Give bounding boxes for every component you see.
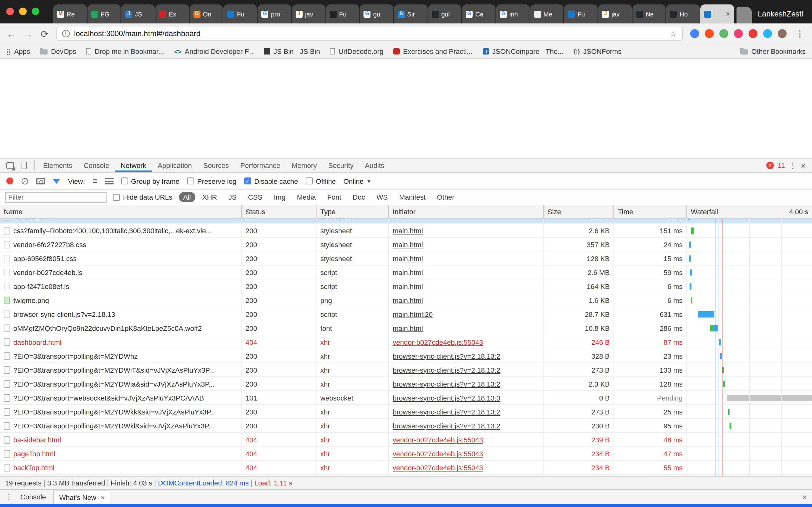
- bookmark-item[interactable]: Exercises and Practi...: [394, 48, 473, 55]
- tab-application[interactable]: Application: [152, 159, 198, 172]
- column-header-size[interactable]: Size: [543, 205, 613, 218]
- devtools-menu-icon[interactable]: ⋮: [789, 161, 797, 170]
- tab-close-icon[interactable]: ×: [725, 10, 730, 18]
- table-row[interactable]: app-69562f8051.css200stylesheetmain.html…: [0, 251, 812, 266]
- filter-toggle-icon[interactable]: [53, 178, 60, 183]
- table-row[interactable]: ?EIO=3&transport=polling&t=M2YDWhz200xhr…: [0, 349, 812, 363]
- zoom-window-button[interactable]: [32, 8, 39, 15]
- filter-pill-font[interactable]: Font: [323, 192, 346, 202]
- minimize-window-button[interactable]: [19, 8, 27, 15]
- initiator-link[interactable]: browser-sync-client.js?v=2.18.13:2: [393, 380, 500, 388]
- filter-pill-img[interactable]: Img: [269, 192, 290, 202]
- browser-tab[interactable]: Fu: [223, 4, 258, 23]
- browser-tab[interactable]: Jjav: [598, 4, 632, 23]
- tab-performance[interactable]: Performance: [235, 159, 286, 172]
- filter-pill-css[interactable]: CSS: [244, 192, 267, 202]
- list-view-icon[interactable]: ≡: [93, 177, 97, 185]
- forward-button[interactable]: →: [23, 29, 33, 38]
- table-row[interactable]: ?EIO=3&transport=polling&t=M2YDWiT&sid=v…: [0, 363, 812, 377]
- filter-pill-all[interactable]: All: [179, 192, 195, 202]
- page-info-icon[interactable]: i: [62, 30, 69, 38]
- chrome-menu-icon[interactable]: ⋮: [794, 29, 806, 39]
- table-row[interactable]: app-f2471e08ef.js200scriptmain.html164 K…: [0, 279, 812, 293]
- table-row[interactable]: ba-sidebar.html404xhrvendor-b027cde4eb.j…: [0, 433, 812, 447]
- filter-pill-media[interactable]: Media: [293, 192, 320, 202]
- browser-tab[interactable]: GCa: [462, 4, 496, 23]
- extension-icon-4[interactable]: [734, 29, 743, 38]
- browser-tab[interactable]: Fu: [564, 4, 598, 23]
- extension-icon-2[interactable]: [705, 29, 714, 38]
- bookmark-item[interactable]: Drop me in Bookmar...: [86, 48, 164, 55]
- whats-new-close-icon[interactable]: ×: [101, 493, 105, 501]
- initiator-link[interactable]: main.html: [393, 296, 423, 304]
- initiator-link[interactable]: main.html:20: [393, 310, 433, 318]
- table-row[interactable]: ?EIO=3&transport=polling&t=M2YDWkk&sid=v…: [0, 405, 812, 419]
- browser-tab[interactable]: Ginh: [496, 4, 530, 23]
- filter-input[interactable]: [5, 192, 107, 203]
- filter-pill-doc[interactable]: Doc: [348, 192, 369, 202]
- initiator-link[interactable]: vendor-b027cde4eb.js:55043: [393, 338, 483, 346]
- bookmark-item[interactable]: {;}JSONForms: [573, 48, 621, 55]
- browser-tab[interactable]: gul: [428, 4, 462, 23]
- table-row[interactable]: pageTop.html404xhrvendor-b027cde4eb.js:5…: [0, 447, 812, 461]
- column-header-type[interactable]: Type: [316, 205, 388, 218]
- bookmark-item[interactable]: DevOps: [40, 48, 77, 55]
- profile-name[interactable]: LankeshZestl: [755, 9, 812, 23]
- initiator-link[interactable]: main.html: [393, 227, 423, 234]
- browser-tab[interactable]: JJS: [121, 4, 155, 23]
- browser-tab-active[interactable]: ×: [700, 4, 734, 23]
- table-row[interactable]: css?family=Roboto:400,100,100italic,300,…: [0, 224, 812, 238]
- bookmark-star-icon[interactable]: ☆: [670, 29, 677, 38]
- initiator-link[interactable]: vendor-b027cde4eb.js:55043: [393, 464, 483, 471]
- initiator-link[interactable]: browser-sync-client.js?v=2.18.13:2: [393, 422, 500, 429]
- browser-tab[interactable]: Fu: [326, 4, 360, 23]
- bookmark-item[interactable]: UrlDecode.org: [330, 48, 384, 55]
- table-row[interactable]: backTop.html404xhrvendor-b027cde4eb.js:5…: [0, 461, 812, 475]
- hide-data-urls-checkbox-group[interactable]: Hide data URLs: [113, 193, 172, 201]
- initiator-link[interactable]: browser-sync-client.js?v=2.18.13:3: [393, 394, 500, 401]
- bookmark-item[interactable]: ⣿Apps: [6, 48, 30, 55]
- inspect-element-icon[interactable]: [6, 162, 14, 169]
- disable-cache-checkbox-group[interactable]: ✓Disable cache: [244, 177, 298, 185]
- table-row[interactable]: main.html200documentOther2.1 KB5 ms: [0, 219, 812, 224]
- extension-icon-7[interactable]: [778, 29, 786, 38]
- filter-pill-js[interactable]: JS: [224, 192, 241, 202]
- group-by-frame-checkbox-group[interactable]: Group by frame: [121, 177, 180, 185]
- table-row[interactable]: dashboard.html404xhrvendor-b027cde4eb.js…: [0, 335, 812, 349]
- table-row[interactable]: ?EIO=3&transport=websocket&sid=vJVjXzAsP…: [0, 391, 812, 405]
- close-window-button[interactable]: [6, 8, 14, 15]
- bookmark-item[interactable]: <>Android Developer F...: [174, 48, 254, 55]
- browser-tab[interactable]: Jjav: [292, 4, 326, 23]
- column-header-waterfall[interactable]: Waterfall4.00 s: [687, 205, 812, 218]
- omnibox[interactable]: i localhost:3000/main.html#/dashboard ☆: [56, 26, 682, 41]
- initiator-link[interactable]: browser-sync-client.js?v=2.18.13:2: [393, 408, 500, 415]
- error-badge-icon[interactable]: ×: [766, 162, 774, 169]
- browser-tab[interactable]: Ne: [632, 4, 666, 23]
- column-header-name[interactable]: Name: [0, 205, 241, 218]
- drawer-console-tab[interactable]: Console: [20, 493, 46, 501]
- error-count[interactable]: 11: [778, 162, 785, 169]
- browser-tab[interactable]: Ex: [155, 4, 189, 23]
- bookmark-item[interactable]: JS Bin - JS Bin: [264, 48, 320, 55]
- initiator-link[interactable]: browser-sync-client.js?v=2.18.13:2: [393, 352, 500, 360]
- drawer-whats-new-tab[interactable]: What's New ×: [54, 490, 111, 504]
- screenshot-capture-icon[interactable]: [36, 178, 45, 184]
- browser-tab[interactable]: FG: [87, 4, 121, 23]
- record-button[interactable]: [6, 177, 13, 184]
- initiator-link[interactable]: main.html: [393, 240, 423, 248]
- table-row[interactable]: vendor-b027cde4eb.js200scriptmain.html2.…: [0, 266, 812, 279]
- tab-memory[interactable]: Memory: [286, 159, 322, 172]
- extension-icon-1[interactable]: [690, 29, 699, 38]
- initiator-link[interactable]: main.html: [393, 255, 423, 262]
- extension-icon-5[interactable]: [749, 29, 757, 38]
- new-tab-button[interactable]: [736, 7, 751, 23]
- extension-icon-3[interactable]: [719, 29, 728, 38]
- browser-tab[interactable]: SSir: [394, 4, 428, 23]
- table-row[interactable]: ?EIO=3&transport=polling&t=M2YDWia&sid=v…: [0, 377, 812, 391]
- device-toolbar-icon[interactable]: [21, 162, 27, 169]
- tab-security[interactable]: Security: [322, 159, 359, 172]
- tab-network[interactable]: Network: [115, 159, 152, 172]
- other-bookmarks-button[interactable]: Other Bookmarks: [741, 48, 806, 55]
- table-row[interactable]: browser-sync-client.js?v=2.18.13200scrip…: [0, 307, 812, 321]
- back-button[interactable]: ←: [6, 29, 16, 38]
